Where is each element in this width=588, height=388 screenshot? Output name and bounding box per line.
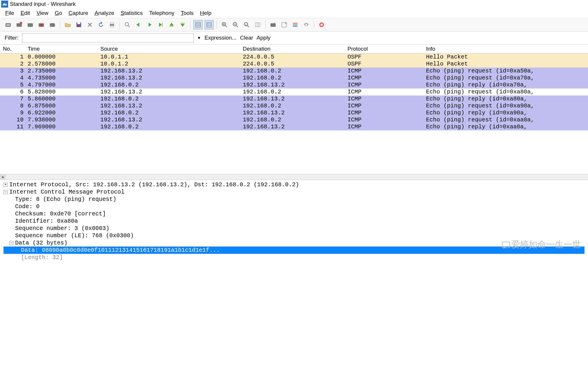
resize-columns-icon[interactable] (253, 20, 262, 29)
svg-rect-28 (207, 22, 211, 27)
column-time[interactable]: Time (28, 46, 100, 52)
svg-point-15 (125, 22, 129, 26)
tree-icmp-identifier[interactable]: Identifier: 0xa80a (3, 217, 585, 225)
restart-capture-icon[interactable] (48, 20, 57, 29)
tree-ip[interactable]: +Internet Protocol, Src: 192.168.13.2 (1… (3, 181, 585, 188)
zoom-out-icon[interactable] (231, 20, 240, 29)
svg-marker-21 (170, 23, 174, 26)
packet-row[interactable]: 107.938000192.168.13.2192.168.0.2ICMPEch… (0, 116, 588, 123)
preferences-icon[interactable] (302, 20, 311, 29)
collapse-icon[interactable]: − (9, 241, 13, 245)
tree-icmp-checksum[interactable]: Checksum: 0xde70 [correct] (3, 210, 585, 217)
svg-rect-24 (181, 23, 185, 24)
menu-analyze[interactable]: Analyze (95, 10, 114, 16)
svg-rect-25 (196, 22, 200, 27)
svg-rect-48 (293, 26, 297, 27)
print-icon[interactable] (107, 20, 117, 29)
tree-data-value[interactable]: Data: 08090a0b0c0d0e0f101112131415161718… (3, 247, 585, 254)
toolbar-separator (265, 21, 266, 29)
svg-rect-10 (77, 22, 80, 24)
column-source[interactable]: Source (100, 46, 243, 52)
save-file-icon[interactable] (74, 20, 83, 29)
menu-capture[interactable]: Capture (69, 10, 88, 16)
zoom-reset-icon[interactable]: 1:1 (242, 20, 251, 29)
menu-telephony[interactable]: Telephony (149, 10, 174, 16)
interfaces-icon[interactable] (3, 20, 13, 29)
menu-view[interactable]: View (36, 10, 48, 16)
go-forward-icon[interactable] (145, 20, 154, 29)
svg-line-16 (128, 26, 130, 27)
tree-icmp-code[interactable]: Code: 0 (3, 203, 585, 210)
auto-scroll-icon[interactable] (204, 20, 214, 29)
svg-rect-14 (111, 26, 113, 27)
packet-row[interactable]: 96.922000192.168.0.2192.168.13.2ICMPEcho… (0, 109, 588, 116)
horizontal-scrollbar[interactable]: ◄ (0, 174, 588, 180)
tree-icmp[interactable]: −Internet Control Message Protocol (3, 188, 585, 196)
svg-rect-11 (77, 25, 80, 27)
packet-row[interactable]: 75.860000192.168.0.2192.168.13.2ICMPEcho… (0, 95, 588, 102)
filter-input[interactable] (22, 33, 194, 42)
coloring-rules-icon[interactable] (291, 20, 300, 29)
packet-row[interactable]: 10.00000010.0.1.1224.0.0.5OSPFHello Pack… (0, 54, 588, 61)
tree-icmp-type[interactable]: Type: 8 (Echo (ping) request) (3, 196, 585, 203)
packet-row[interactable]: 54.797000192.168.0.2192.168.13.2ICMPEcho… (0, 82, 588, 88)
collapse-icon[interactable]: − (3, 190, 8, 194)
svg-marker-19 (159, 23, 162, 27)
menu-edit[interactable]: Edit (21, 10, 30, 16)
column-no[interactable]: No. (0, 46, 28, 52)
filter-bar: Filter: ▼ Expression... Clear Apply (0, 31, 588, 45)
toolbar-separator (190, 21, 190, 29)
clear-button[interactable]: Clear (240, 35, 253, 41)
zoom-in-icon[interactable] (220, 20, 229, 29)
packet-row[interactable]: 44.735000192.168.13.2192.168.0.2ICMPEcho… (0, 75, 588, 82)
menu-help[interactable]: Help (200, 10, 211, 16)
find-icon[interactable] (123, 20, 132, 29)
reload-icon[interactable] (96, 20, 106, 29)
go-back-icon[interactable] (134, 20, 143, 29)
menu-file[interactable]: File (5, 10, 14, 16)
menu-statistics[interactable]: Statistics (121, 10, 143, 16)
packet-row[interactable]: 22.57800010.0.1.2224.0.0.5OSPFHello Pack… (0, 61, 588, 68)
main-toolbar: 1:1 (0, 18, 588, 31)
packet-row[interactable]: 86.875000192.168.13.2192.168.0.2ICMPEcho… (0, 102, 588, 109)
svg-marker-18 (149, 23, 152, 27)
column-protocol[interactable]: Protocol (348, 46, 426, 52)
svg-rect-7 (40, 24, 43, 26)
svg-marker-23 (181, 24, 185, 27)
colorize-icon[interactable] (193, 20, 203, 29)
tree-data[interactable]: −Data (32 bytes) (3, 239, 585, 247)
packet-details-pane[interactable]: +Internet Protocol, Src: 192.168.13.2 (1… (0, 180, 588, 262)
packet-list[interactable]: 10.00000010.0.1.1224.0.0.5OSPFHello Pack… (0, 54, 588, 130)
svg-point-3 (20, 22, 22, 24)
capture-options-icon[interactable] (15, 20, 24, 29)
packet-row[interactable]: 65.828000192.168.13.2192.168.0.2ICMPEcho… (0, 88, 588, 95)
menu-tools[interactable]: Tools (181, 10, 194, 16)
stop-capture-icon[interactable] (37, 20, 46, 29)
apply-button[interactable]: Apply (257, 35, 271, 41)
display-filters-icon[interactable] (279, 20, 289, 29)
expand-icon[interactable]: + (3, 183, 8, 187)
tree-icmp-seqle[interactable]: Sequence number (LE): 768 (0x0300) (3, 232, 585, 239)
expression-button[interactable]: Expression... (204, 35, 236, 41)
go-first-icon[interactable] (167, 20, 176, 29)
menu-go[interactable]: Go (55, 10, 62, 16)
go-last-icon[interactable] (178, 20, 187, 29)
filter-dropdown-icon[interactable]: ▼ (197, 36, 201, 40)
column-destination[interactable]: Destination (243, 46, 348, 52)
toolbar-separator (314, 21, 314, 29)
close-file-icon[interactable] (85, 20, 95, 29)
packet-row[interactable]: 117.969000192.168.0.2192.168.13.2ICMPEch… (0, 123, 588, 130)
toolbar-separator (60, 21, 60, 29)
capture-filters-icon[interactable] (268, 20, 278, 29)
column-info[interactable]: Info (426, 46, 588, 52)
tree-icmp-seq[interactable]: Sequence number: 3 (0x0003) (3, 225, 585, 232)
tree-data-length[interactable]: [Length: 32] (3, 254, 585, 261)
open-file-icon[interactable] (63, 20, 72, 29)
start-capture-icon[interactable] (26, 20, 35, 29)
packet-row[interactable]: 32.735000192.168.13.2192.168.0.2ICMPEcho… (0, 68, 588, 75)
svg-marker-17 (136, 23, 139, 27)
help-icon[interactable] (317, 20, 326, 29)
window-title: Standard input - Wireshark (10, 1, 76, 7)
go-to-packet-icon[interactable] (156, 20, 165, 29)
wechat-icon (502, 242, 510, 248)
